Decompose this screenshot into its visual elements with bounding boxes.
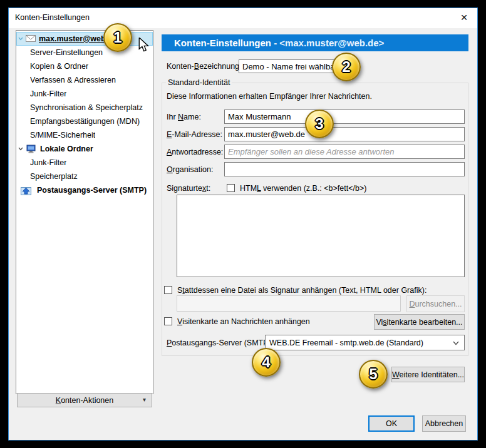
sidebar-item-account-root[interactable]: max.muster@web.de [16, 32, 153, 46]
account-actions-label: Konten-Aktionen [56, 396, 113, 405]
panel-header-email: <max.muster@web.de> [279, 38, 384, 48]
sidebar-item-composition[interactable]: Verfassen & Adressieren [16, 73, 153, 87]
step-badge-1: 1 [103, 23, 132, 52]
mouse-cursor-icon [137, 38, 150, 53]
smtp-server-dropdown[interactable]: WEB.DE Freemail - smtp.web.de (Standard) [265, 335, 465, 350]
identity-legend: Standard-Identität [166, 78, 232, 87]
panel-header-title: Konten-Einstellungen - [174, 38, 277, 48]
sidebar-item-smime[interactable]: S/MIME-Sicherheit [16, 128, 153, 142]
chevron-down-icon [453, 341, 459, 345]
sidebar-item-smtp[interactable]: Postausgangs-Server (SMTP) [16, 183, 153, 197]
sidebar-item-server[interactable]: Server-Einstellungen [16, 46, 153, 59]
dropdown-caret-icon: ▾ [143, 396, 146, 403]
panel-header: Konten-Einstellungen - <max.muster@web.d… [162, 34, 468, 51]
identity-description: Diese Informationen erhalten Empfänger I… [167, 89, 372, 103]
attach-file-checkbox[interactable] [164, 286, 172, 294]
smtp-label: Postausgangs-Server (SMTP): [167, 336, 273, 350]
computer-icon [26, 145, 36, 153]
vcard-checkbox[interactable] [164, 317, 172, 325]
ok-button[interactable]: OK [368, 415, 415, 432]
sidebar-item-disk-space[interactable]: Speicherplatz [16, 170, 153, 183]
organization-input[interactable] [224, 162, 465, 176]
window-title: Konten-Einstellungen [15, 13, 90, 22]
step-badge-4: 4 [252, 348, 281, 377]
sidebar-item-sync[interactable]: Synchronisation & Speicherplatz [16, 101, 153, 115]
html-signature-checkbox[interactable] [227, 184, 235, 192]
chevron-down-icon [18, 37, 23, 41]
step-badge-2: 2 [332, 53, 361, 81]
close-icon[interactable]: × [455, 9, 473, 26]
cancel-button[interactable]: Abbrechen [422, 415, 466, 432]
email-label: E-Mail-Adresse: [167, 128, 222, 141]
signature-file-input [177, 295, 401, 312]
titlebar: Konten-Einstellungen × [9, 8, 477, 28]
account-settings-dialog: Konten-Einstellungen × max.muster@web.de… [8, 8, 478, 440]
chevron-down-icon [18, 147, 23, 151]
smtp-selected-value: WEB.DE Freemail - smtp.web.de (Standard) [269, 339, 423, 347]
signature-textarea[interactable] [177, 195, 465, 277]
account-name-input[interactable] [239, 59, 337, 73]
name-label: Ihr Name: [167, 110, 201, 124]
html-signature-label: HTML verwenden (z.B.: <b>fett</b>) [240, 181, 366, 195]
vcard-label: Visitenkarte an Nachrichten anhängen [177, 315, 310, 328]
step-badge-5: 5 [359, 360, 388, 389]
step-badge-3: 3 [305, 109, 334, 138]
sidebar-item-junk[interactable]: Junk-Filter [16, 87, 153, 101]
name-input[interactable] [224, 109, 465, 124]
settings-tree: max.muster@web.de Server-Einstellungen K… [16, 30, 153, 394]
signature-label: Signaturtext: [167, 181, 210, 195]
edit-vcard-button[interactable]: Visitenkarte bearbeiten... [374, 314, 465, 330]
reply-to-label: Antwortadresse: [167, 145, 223, 159]
browse-button: Durchsuchen... [406, 295, 465, 312]
sidebar-item-local-folders[interactable]: Lokale Ordner [16, 142, 153, 156]
organization-label: Organisation: [167, 163, 213, 176]
reply-to-input[interactable] [224, 145, 465, 159]
account-name-label: Konten-Bezeichnung: [167, 59, 242, 73]
sidebar-item-mdn[interactable]: Empfangsbestätigungen (MDN) [16, 115, 153, 128]
sidebar-item-copies[interactable]: Kopien & Ordner [16, 59, 153, 73]
more-identities-button[interactable]: Weitere Identitäten... [391, 367, 465, 382]
email-input[interactable] [224, 127, 465, 141]
smtp-outgoing-icon [21, 186, 31, 195]
account-actions-button[interactable]: Konten-Aktionen ▾ [17, 393, 152, 407]
mail-icon [26, 34, 36, 43]
sidebar-item-junk-local[interactable]: Junk-Filter [16, 156, 153, 170]
